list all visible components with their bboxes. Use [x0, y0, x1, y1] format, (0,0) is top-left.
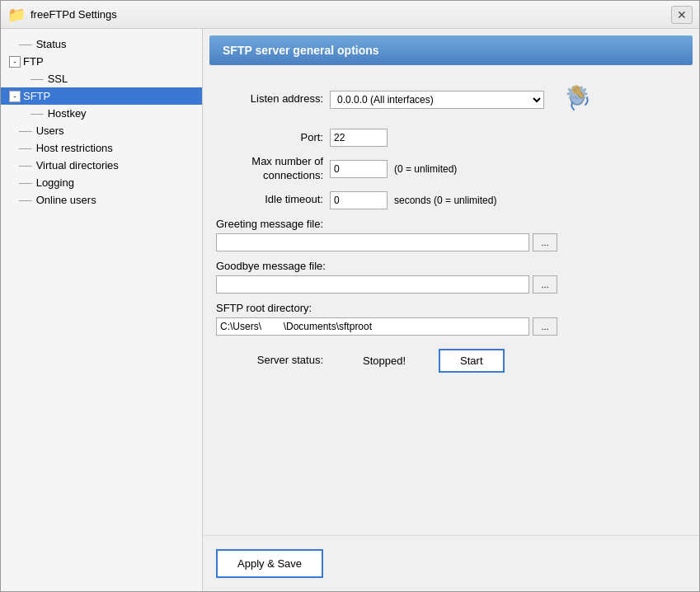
- sidebar-label-ssl: SSL: [48, 73, 68, 85]
- tree-connector-onlineusers: ──: [19, 195, 35, 205]
- tree-connector-ssl: ──: [31, 74, 46, 84]
- sidebar-label-virtual-directories: Virtual directories: [36, 159, 119, 171]
- root-dir-row: SFTP root directory: ...: [216, 302, 686, 336]
- idle-timeout-label: Idle timeout:: [216, 193, 323, 207]
- sidebar-item-sftp[interactable]: - SFTP: [1, 87, 202, 105]
- title-bar: 📁 freeFTPd Settings ✕: [1, 1, 699, 29]
- sidebar-item-hostkey[interactable]: ── Hostkey: [1, 105, 202, 122]
- main-window: 📁 freeFTPd Settings ✕ ── Status - FTP ──…: [0, 0, 700, 592]
- port-label: Port:: [216, 131, 323, 145]
- app-icon: 📁: [7, 6, 26, 24]
- sidebar-item-online-users[interactable]: ── Online users: [1, 191, 202, 209]
- close-button[interactable]: ✕: [671, 6, 693, 24]
- greeting-file-row: Greeting message file: ...: [216, 218, 686, 251]
- sidebar-label-status: Status: [36, 38, 67, 50]
- server-status-value: Stopped!: [363, 355, 406, 367]
- sidebar-item-ssl[interactable]: ── SSL: [1, 70, 202, 87]
- sidebar-label-logging: Logging: [36, 176, 74, 189]
- tree-connector-hostkey: ──: [31, 109, 46, 119]
- expand-icon-sftp: -: [9, 91, 21, 102]
- gear-icon: [557, 78, 597, 118]
- main-content: ── Status - FTP ── SSL - SFTP ── Hostkey…: [1, 29, 699, 591]
- port-input[interactable]: [330, 129, 388, 147]
- sidebar-item-ftp[interactable]: - FTP: [1, 53, 202, 70]
- listen-address-row: Listen address: 0.0.0.0 (All interfaces): [216, 78, 686, 120]
- goodbye-browse-button[interactable]: ...: [533, 275, 557, 294]
- tree-connector-hostrestrictions: ──: [19, 143, 35, 153]
- title-bar-left: 📁 freeFTPd Settings: [7, 6, 117, 24]
- root-dir-input-line: ...: [216, 317, 686, 336]
- greeting-browse-button[interactable]: ...: [533, 233, 557, 251]
- goodbye-file-row: Goodbye message file: ...: [216, 260, 686, 294]
- tree-connector-status: ──: [19, 40, 35, 49]
- root-dir-input[interactable]: [216, 317, 529, 336]
- panel-body: Listen address: 0.0.0.0 (All interfaces): [203, 78, 699, 529]
- max-connections-row: Max number ofconnections: (0 = unlimited…: [216, 155, 686, 183]
- root-dir-label: SFTP root directory:: [216, 302, 686, 314]
- expand-icon-ftp: -: [9, 56, 21, 68]
- sidebar-item-users[interactable]: ── Users: [1, 122, 202, 139]
- right-panel: SFTP server general options Listen addre…: [203, 29, 699, 591]
- goodbye-label: Goodbye message file:: [216, 260, 686, 272]
- listen-address-select[interactable]: 0.0.0.0 (All interfaces): [330, 91, 544, 109]
- sidebar-label-hostkey: Hostkey: [48, 107, 87, 120]
- panel-header: SFTP server general options: [209, 35, 693, 65]
- apply-save-button[interactable]: Apply & Save: [216, 549, 323, 578]
- idle-timeout-row: Idle timeout: seconds (0 = unlimited): [216, 191, 686, 209]
- sidebar-label-online-users: Online users: [36, 194, 96, 206]
- title-text: freeFTPd Settings: [31, 8, 117, 21]
- tree-connector-users: ──: [19, 126, 35, 136]
- sidebar-item-logging[interactable]: ── Logging: [1, 174, 202, 191]
- greeting-input-line: ...: [216, 233, 686, 251]
- gear-icon-container: [557, 78, 597, 120]
- max-connections-input[interactable]: [330, 160, 388, 178]
- sidebar-label-sftp: SFTP: [23, 90, 50, 102]
- greeting-input[interactable]: [216, 233, 529, 251]
- listen-address-label: Listen address:: [216, 92, 323, 106]
- goodbye-input[interactable]: [216, 275, 529, 294]
- server-status-label: Server status:: [216, 354, 323, 368]
- sidebar-item-virtual-directories[interactable]: ── Virtual directories: [1, 157, 202, 174]
- sidebar-item-status[interactable]: ── Status: [1, 35, 202, 53]
- goodbye-input-line: ...: [216, 275, 686, 294]
- max-connections-label: Max number ofconnections:: [216, 155, 323, 183]
- greeting-label: Greeting message file:: [216, 218, 686, 230]
- sidebar-label-host-restrictions: Host restrictions: [36, 142, 113, 154]
- port-row: Port:: [216, 129, 686, 147]
- tree-connector-logging: ──: [19, 178, 35, 188]
- server-status-row: Server status: Stopped! Start: [216, 349, 686, 373]
- idle-timeout-hint: seconds (0 = unlimited): [394, 195, 496, 206]
- panel-footer: Apply & Save: [203, 535, 699, 591]
- idle-timeout-input[interactable]: [330, 191, 388, 209]
- sidebar-label-ftp: FTP: [23, 55, 44, 68]
- sidebar-item-host-restrictions[interactable]: ── Host restrictions: [1, 139, 202, 157]
- sidebar: ── Status - FTP ── SSL - SFTP ── Hostkey…: [1, 29, 203, 591]
- sidebar-label-users: Users: [36, 125, 64, 137]
- root-dir-browse-button[interactable]: ...: [533, 317, 557, 336]
- start-button[interactable]: Start: [439, 349, 504, 373]
- tree-connector-virtualdirs: ──: [19, 161, 35, 171]
- max-connections-hint: (0 = unlimited): [394, 163, 457, 175]
